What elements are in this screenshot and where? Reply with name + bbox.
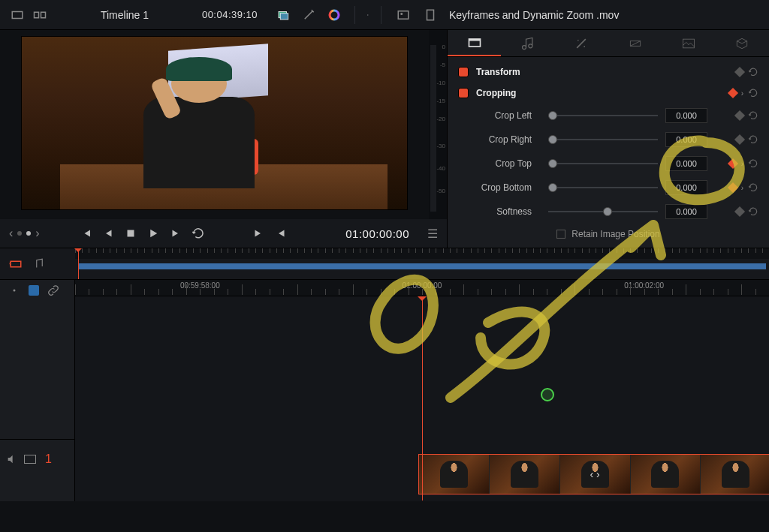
jump-prev-button[interactable] xyxy=(274,227,288,240)
mini-playhead[interactable] xyxy=(78,248,79,279)
svg-point-13 xyxy=(584,46,586,47)
view-dual-icon[interactable] xyxy=(32,7,48,23)
audio-meter: 0 -5 -10 -15 -20 -30 -40 -50 xyxy=(429,30,447,219)
video-track-icon[interactable] xyxy=(8,256,24,272)
value-field[interactable]: 0.000 xyxy=(665,108,707,123)
mini-timeline[interactable] xyxy=(75,248,769,279)
slider[interactable] xyxy=(548,115,658,116)
timeline-ruler[interactable]: 00:59:58:0001:00:00:0001:00:02:00 xyxy=(75,280,769,296)
prop-label: Crop Right xyxy=(458,134,541,145)
color-wheel-icon[interactable] xyxy=(326,7,342,23)
svg-rect-4 xyxy=(280,13,288,19)
svg-rect-2 xyxy=(41,12,46,18)
reset-icon[interactable] xyxy=(748,110,758,121)
next-frame-button[interactable] xyxy=(169,227,182,240)
marker-dot[interactable] xyxy=(541,388,554,401)
image-icon[interactable] xyxy=(395,7,412,23)
value-field[interactable]: 0.000 xyxy=(665,156,707,171)
prop-label: Crop Bottom xyxy=(458,182,541,193)
slider[interactable] xyxy=(548,211,658,212)
bypass-color-icon[interactable] xyxy=(275,7,291,23)
value-field[interactable]: 0.000 xyxy=(665,180,707,195)
viewer-menu-icon[interactable]: ☰ xyxy=(427,227,438,241)
slider[interactable] xyxy=(548,187,658,188)
value-field[interactable]: 0.000 xyxy=(665,204,707,219)
retain-image-position-row[interactable]: Retain Image Position xyxy=(448,224,769,245)
reset-icon[interactable] xyxy=(748,67,758,77)
loop-button[interactable] xyxy=(191,227,205,240)
section-enable-toggle[interactable] xyxy=(458,67,469,77)
speaker-icon[interactable] xyxy=(360,7,376,23)
svg-rect-9 xyxy=(127,230,134,237)
first-frame-button[interactable] xyxy=(79,227,92,240)
inspector-section-cropping[interactable]: Cropping › xyxy=(448,83,769,104)
inspector-tab-image[interactable] xyxy=(662,30,715,56)
reset-icon[interactable] xyxy=(748,158,758,169)
divider xyxy=(354,6,355,24)
prop-label: Softness xyxy=(458,206,541,217)
inspector-tab-transition[interactable] xyxy=(608,30,662,56)
speaker-icon[interactable] xyxy=(6,453,18,465)
wand-icon[interactable] xyxy=(300,7,317,23)
jump-next-button[interactable] xyxy=(252,227,265,240)
view-cinema-icon[interactable] xyxy=(9,7,26,23)
track-header[interactable]: 1 xyxy=(0,439,74,478)
svg-point-12 xyxy=(578,40,579,41)
prop-label: Crop Left xyxy=(458,110,541,121)
inspector-tab-audio[interactable] xyxy=(501,30,554,56)
svg-rect-8 xyxy=(427,10,434,20)
inspector-tab-video[interactable] xyxy=(448,30,501,56)
keyframe-diamond-icon[interactable] xyxy=(734,110,745,121)
svg-rect-1 xyxy=(35,12,39,18)
svg-rect-0 xyxy=(12,11,23,18)
timeline-options-icon[interactable] xyxy=(6,282,23,299)
slider[interactable] xyxy=(548,163,658,164)
transport-bar: ‹› 01:00:00:00 ☰ xyxy=(0,219,447,248)
value-field[interactable]: 0.000 xyxy=(665,132,707,147)
prev-frame-button[interactable] xyxy=(101,227,115,240)
video-clip[interactable]: ‹ › xyxy=(418,454,769,494)
clip-trim-icon: ‹ › xyxy=(590,468,600,480)
next-keyframe-icon[interactable]: › xyxy=(741,160,743,168)
timeline-playhead[interactable] xyxy=(422,296,423,500)
inspector-tab-file[interactable] xyxy=(716,30,769,56)
reset-icon[interactable] xyxy=(748,88,758,98)
keyframe-diamond-icon[interactable] xyxy=(734,206,745,217)
transport-timecode[interactable]: 01:00:00:00 xyxy=(345,227,409,240)
section-enable-toggle[interactable] xyxy=(458,88,469,98)
play-button[interactable] xyxy=(146,227,160,240)
inspector-tab-effects[interactable] xyxy=(555,30,608,56)
slider[interactable] xyxy=(548,139,658,140)
next-keyframe-icon[interactable]: › xyxy=(741,89,743,98)
file-icon[interactable] xyxy=(422,7,439,23)
viewer-preview[interactable] xyxy=(21,36,408,210)
reset-icon[interactable] xyxy=(748,206,758,217)
reset-icon[interactable] xyxy=(748,134,758,145)
inspector-section-transform[interactable]: Transform xyxy=(448,62,769,83)
header-timecode[interactable]: 00:04:39:10 xyxy=(192,9,267,20)
track-number[interactable]: 1 xyxy=(42,452,55,466)
checkbox[interactable] xyxy=(556,230,565,239)
svg-point-5 xyxy=(330,11,339,20)
keyframe-diamond-icon[interactable] xyxy=(734,67,745,77)
viewer-nav-dots[interactable]: ‹› xyxy=(9,227,40,240)
track-display-icon[interactable] xyxy=(24,455,36,464)
keyframe-diamond-icon[interactable] xyxy=(728,88,738,98)
timeline-area[interactable]: 00:59:58:0001:00:00:0001:00:02:00 ‹ › xyxy=(75,280,769,501)
stop-button[interactable] xyxy=(124,227,137,240)
keyframe-diamond-icon[interactable] xyxy=(728,182,738,193)
keyframe-diamond-icon[interactable] xyxy=(728,158,738,169)
next-keyframe-icon[interactable]: › xyxy=(741,184,743,192)
keyframe-diamond-icon[interactable] xyxy=(734,134,745,145)
track-color-icon[interactable] xyxy=(29,285,39,296)
timeline-name[interactable]: Timeline 1 xyxy=(57,9,192,21)
link-icon[interactable] xyxy=(45,282,62,299)
inspector-panel: Transform Cropping › Crop Left0.000Crop … xyxy=(447,30,769,248)
prop-row-crop-top: Crop Top0.000› xyxy=(448,152,769,176)
audio-track-icon[interactable] xyxy=(30,256,47,272)
divider xyxy=(381,6,381,24)
svg-rect-16 xyxy=(11,261,21,267)
svg-point-7 xyxy=(400,13,403,15)
prop-row-crop-left: Crop Left0.000 xyxy=(448,104,769,128)
reset-icon[interactable] xyxy=(748,182,758,193)
